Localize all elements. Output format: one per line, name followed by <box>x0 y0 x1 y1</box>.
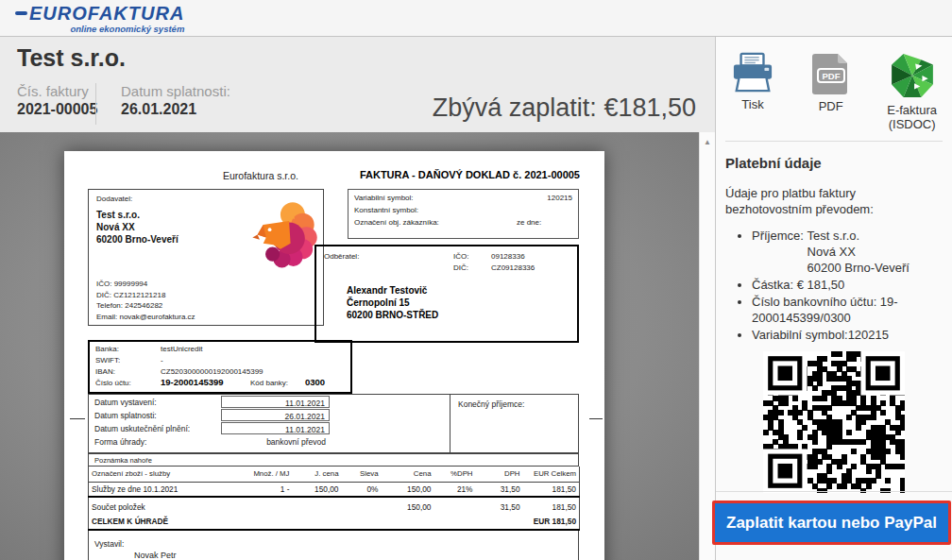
payment-heading: Platební údaje <box>725 155 943 171</box>
eurofaktura-app: eurofaktura online ekonomický systém Tes… <box>0 0 952 560</box>
inv-due-date-value: 26.01.2021 <box>221 409 330 421</box>
supplier-box: Dodavatel: Test s.r.o. Nová XX 60200 Brn… <box>88 189 324 326</box>
items-table: Označení zboží - služby Množ. / MJ J. ce… <box>88 467 580 531</box>
bank-label: Banka: <box>95 345 119 353</box>
top-bar: eurofaktura online ekonomický systém <box>0 0 952 37</box>
logo-text: eurofaktura <box>29 4 184 23</box>
scroll-up-icon[interactable]: ▲ <box>700 132 715 146</box>
invoice-actions: Tisk PDF PDF <box>725 52 943 131</box>
issued-by-block: Vystavil: Novak Petr test123@eurofaktura… <box>88 531 579 560</box>
swift-label: SWIFT: <box>95 356 120 365</box>
isdoc-icon <box>889 52 936 99</box>
payment-intro: Údaje pro platbu faktury bezhotovostním … <box>725 185 943 217</box>
items-header-row: Označení zboží - služby Množ. / MJ J. ce… <box>89 467 580 482</box>
customer-ico-label: IČO: <box>453 252 468 261</box>
company-name: Test s.r.o. <box>17 44 126 72</box>
supply-date-label: Datum uskutečnění plnění: <box>94 424 190 433</box>
recipient-item: Příjemce: Test s.r.o. Nová XX 60200 Brno… <box>752 228 943 276</box>
invoice-number-value: 2021-00005 <box>17 101 97 118</box>
amount-due-label: Zbývá zaplatit: <box>433 93 597 122</box>
account-number: 19-2000145399 <box>161 377 224 387</box>
swift-value: - <box>161 356 163 365</box>
invoice-issuer: Eurofaktura s.r.o. <box>223 170 298 181</box>
invoice-title: FAKTURA - DAŇOVÝ DOKLAD č. 2021-00005 <box>360 169 580 180</box>
payment-form-label: Forma úhrady: <box>94 437 146 447</box>
efaktura-button[interactable]: E-faktura (ISDOC) <box>887 52 937 131</box>
symbols-box: Variabilní symbol: 120215 Konstantní sym… <box>348 189 579 239</box>
efaktura-label-line2: (ISDOC) <box>887 117 937 131</box>
sidebar-divider-bottom <box>716 491 952 492</box>
customer-ico-value: 09128336 <box>491 252 525 261</box>
bank-code-value: 0300 <box>305 377 325 387</box>
variable-symbol-item: Variabilní symbol:120215 <box>752 327 943 343</box>
final-recipient-label: Konečný příjemce: <box>458 399 524 409</box>
customer-label: Odběratel: <box>324 252 359 261</box>
invoice-summary-header: Test s.r.o. Čís. faktury 2021-00005 Datu… <box>0 37 715 132</box>
inv-due-date-label: Datum splatnosti: <box>94 411 157 420</box>
amount-item: Částka: € 181,50 <box>752 277 943 293</box>
supplier-details: IČO: 99999994 DIČ: CZ1212121218 Telefon:… <box>96 279 196 322</box>
logo-tagline: online ekonomický systém <box>15 24 184 34</box>
customer-box: Odběratel: IČO: 09128336 DIČ: CZ09128336… <box>314 245 579 343</box>
vs-label: Variabilní symbol: <box>354 194 414 202</box>
order-label: Označení obj. zákazníka: <box>354 218 439 227</box>
bank-box: Banka: testUnicredit SWIFT: - IBAN: CZ52… <box>88 340 352 394</box>
issue-date-label: Datum vystavení: <box>94 398 157 407</box>
pdf-label: PDF <box>811 99 851 113</box>
svg-text:PDF: PDF <box>822 71 840 81</box>
issued-by-label: Vystavil: <box>94 538 578 550</box>
iban-label: IBAN: <box>95 367 115 376</box>
ks-label: Konstantní symbol: <box>354 206 418 214</box>
customer-name-address: Alexandr Testovič Černopolní 15 60200 BR… <box>347 284 438 321</box>
qr-code <box>763 351 905 493</box>
amount-due-value: €181,50 <box>604 93 696 122</box>
print-label: Tisk <box>731 97 774 111</box>
account-label: Číslo účtu: <box>95 379 131 387</box>
bank-account-item: Číslo bankovního účtu: 19-2000145399/030… <box>752 294 943 326</box>
fold-mark-left <box>70 418 85 419</box>
pdf-icon: PDF <box>811 52 851 95</box>
payment-form-value: bankovní převod <box>221 435 330 448</box>
total-row: CELKEM K ÚHRADĚ EUR 181,50 <box>89 513 580 530</box>
due-date-label: Datum splatnosti: <box>121 83 230 99</box>
printer-icon <box>731 52 774 93</box>
invoice-number-block: Čís. faktury 2021-00005 <box>17 83 97 118</box>
customer-dic-label: DIČ: <box>453 263 468 272</box>
supplier-name-address: Test s.r.o. Nová XX 60200 Brno-Veveří <box>96 209 178 246</box>
supply-date-value: 11.01.2021 <box>221 422 330 434</box>
due-date-block: Datum splatnosti: 26.01.2021 <box>121 83 230 118</box>
payment-sidebar: Tisk PDF PDF <box>715 37 952 560</box>
invoice-document: Eurofaktura s.r.o. FAKTURA - DAŇOVÝ DOKL… <box>64 151 604 560</box>
invoice-lower: Poznámka nahoře Označení zboží - služby … <box>88 453 579 560</box>
payment-details-list: Příjemce: Test s.r.o. Nová XX 60200 Brno… <box>752 228 943 343</box>
lion-logo-icon <box>247 197 319 269</box>
bank-code-label: Kód banky: <box>250 379 288 387</box>
amount-due: Zbývá zaplatit: €181,50 <box>433 93 696 123</box>
supplier-label: Dodavatel: <box>96 195 132 203</box>
final-recipient-box: Konečný příjemce: <box>450 395 579 452</box>
subtotal-row: Součet položek 150,00 31,50 181,50 <box>89 497 580 513</box>
pdf-button[interactable]: PDF PDF <box>811 52 851 131</box>
logo-dash-icon <box>15 11 27 15</box>
invoice-preview-pane: Eurofaktura s.r.o. FAKTURA - DAŇOVÝ DOKL… <box>0 132 699 560</box>
due-date-value: 26.01.2021 <box>121 101 230 118</box>
issue-date-value: 11.01.2021 <box>221 396 330 408</box>
efaktura-label-line1: E-faktura <box>887 103 937 117</box>
print-button[interactable]: Tisk <box>731 52 774 131</box>
meta-divider <box>95 83 96 125</box>
pay-card-paypal-button[interactable]: Zaplatit kartou nebo PayPal <box>712 501 951 545</box>
dates-section: Datum vystavení: 11.01.2021 Datum splatn… <box>88 394 579 453</box>
iban-value: CZ5203000000192000145399 <box>161 367 264 376</box>
vs-value: 120215 <box>547 194 572 202</box>
issued-by-name: Novak Petr <box>134 550 578 560</box>
fold-mark-right <box>589 418 603 419</box>
order-date-label: ze dne: <box>517 218 541 227</box>
eurofaktura-logo[interactable]: eurofaktura online ekonomický systém <box>15 4 184 34</box>
preview-scrollbar[interactable]: ▲ <box>699 132 715 560</box>
invoice-number-label: Čís. faktury <box>17 83 97 99</box>
bank-name: testUnicredit <box>161 345 202 353</box>
item-row: Služby ze dne 10.1.2021 1 - 150,00 0% 15… <box>89 482 580 497</box>
invoice-note: Poznámka nahoře <box>88 453 579 467</box>
customer-dic-value: CZ09128336 <box>491 263 535 272</box>
sidebar-divider-top <box>725 141 943 142</box>
